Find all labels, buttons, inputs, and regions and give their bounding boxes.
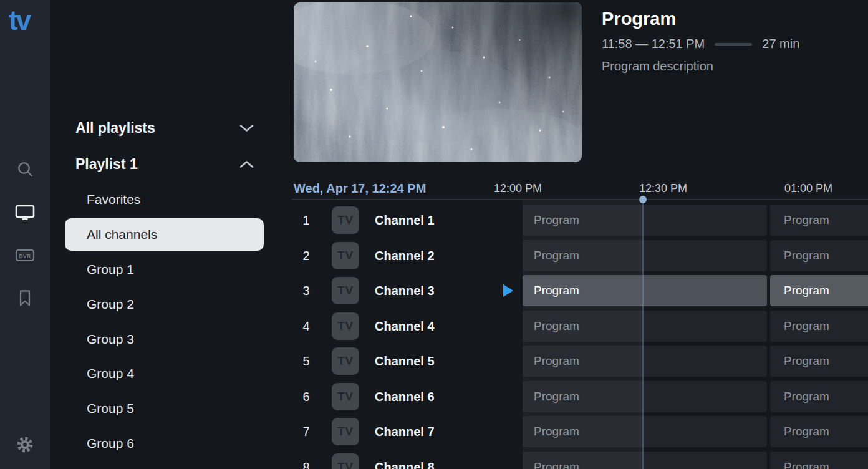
- program-cell-label: Program: [784, 390, 829, 404]
- channel-number: 7: [294, 416, 319, 447]
- channel-row[interactable]: 1TVChannel 1ProgramProgram: [294, 205, 868, 236]
- program-cell-label: Program: [784, 249, 829, 263]
- epg-program-cell[interactable]: Program: [770, 381, 868, 412]
- channel-number: 5: [294, 346, 319, 377]
- channel-number: 6: [294, 381, 319, 412]
- channel-number: 2: [294, 240, 319, 271]
- channel-row[interactable]: 7TVChannel 7ProgramProgram: [294, 416, 868, 447]
- epg-program-cell[interactable]: Program: [770, 240, 868, 271]
- left-nav-rail: tv DVR: [0, 0, 50, 469]
- svg-text:DVR: DVR: [19, 253, 31, 259]
- playlist-item-group-5[interactable]: Group 5: [87, 399, 134, 418]
- channel-number: 4: [294, 311, 319, 342]
- current-time-line: [642, 200, 644, 469]
- video-preview[interactable]: [294, 2, 582, 162]
- time-label: 12:30 PM: [639, 182, 687, 195]
- channel-number: 8: [294, 452, 319, 469]
- program-info-panel: Program 11:58 — 12:51 PM 27 min Program …: [602, 0, 864, 74]
- chevron-down-icon: [239, 124, 254, 132]
- channel-row[interactable]: 5TVChannel 5ProgramProgram: [294, 346, 868, 377]
- epg-program-cell[interactable]: Program: [770, 452, 868, 469]
- epg-header-divider: [292, 199, 868, 200]
- current-datetime: Wed, Apr 17, 12:24 PM: [294, 181, 426, 196]
- program-cell-label: Program: [784, 460, 829, 469]
- program-description: Program description: [602, 59, 864, 74]
- program-title: Program: [602, 9, 864, 29]
- current-time-dot: [639, 196, 647, 203]
- channel-row[interactable]: 3TVChannel 3ProgramProgram: [294, 275, 868, 306]
- live-tv-icon[interactable]: [14, 205, 36, 221]
- program-cell-label: Program: [534, 425, 579, 438]
- program-time-range: 11:58 — 12:51 PM: [602, 37, 705, 51]
- epg-program-cell[interactable]: Program: [523, 205, 767, 236]
- channel-name: Channel 1: [375, 205, 435, 236]
- program-cell-label: Program: [534, 460, 579, 469]
- settings-gear-icon[interactable]: [15, 435, 35, 455]
- channel-number: 3: [294, 275, 319, 306]
- waterfall-thumbnail: [294, 2, 582, 162]
- program-cell-label: Program: [534, 390, 579, 404]
- playlist-item-group-1[interactable]: Group 1: [87, 260, 134, 279]
- epg-program-cell[interactable]: Program: [523, 275, 767, 306]
- channel-name: Channel 4: [375, 311, 435, 342]
- dvr-icon[interactable]: DVR: [15, 249, 35, 263]
- time-label: 12:00 PM: [494, 182, 542, 195]
- channel-row[interactable]: 8TVChannel 8ProgramProgram: [294, 452, 868, 469]
- channel-name: Channel 8: [375, 452, 435, 469]
- playlist-1-toggle[interactable]: Playlist 1: [75, 155, 254, 173]
- channel-logo-icon: TV: [332, 453, 359, 469]
- time-label: 01:00 PM: [784, 182, 832, 195]
- epg-program-cell[interactable]: Program: [770, 346, 868, 377]
- playlist-name-label: Playlist 1: [75, 156, 138, 173]
- playlist-item-favorites[interactable]: Favorites: [87, 190, 140, 209]
- selected-item-label: All channels: [87, 218, 157, 251]
- channel-number: 1: [294, 205, 319, 236]
- epg-program-cell[interactable]: Program: [523, 416, 767, 447]
- epg-program-cell[interactable]: Program: [523, 452, 767, 469]
- search-icon[interactable]: [16, 160, 34, 178]
- epg-program-cell[interactable]: Program: [523, 381, 767, 412]
- program-cell-label: Program: [534, 319, 579, 333]
- channel-logo-icon: TV: [332, 242, 359, 269]
- program-cell-label: Program: [784, 425, 829, 438]
- channel-logo-icon: TV: [332, 277, 359, 304]
- channel-name: Channel 2: [375, 240, 435, 271]
- epg-program-cell[interactable]: Program: [523, 311, 767, 342]
- channel-name: Channel 6: [375, 381, 435, 412]
- playlist-item-group-2[interactable]: Group 2: [87, 295, 134, 314]
- playlist-item-group-6[interactable]: Group 6: [87, 434, 134, 453]
- program-remaining: 27 min: [762, 37, 799, 51]
- channel-row[interactable]: 2TVChannel 2ProgramProgram: [294, 240, 868, 271]
- epg-program-cell[interactable]: Program: [770, 275, 868, 306]
- bookmark-icon[interactable]: [17, 289, 32, 307]
- channel-row[interactable]: 4TVChannel 4ProgramProgram: [294, 311, 868, 342]
- channel-logo-icon: TV: [332, 418, 359, 445]
- channel-name: Channel 7: [375, 416, 435, 447]
- program-cell-label: Program: [534, 284, 579, 297]
- all-playlists-label: All playlists: [75, 120, 155, 137]
- channel-name: Channel 3: [375, 275, 435, 306]
- chevron-up-icon: [239, 160, 254, 168]
- channel-logo-icon: TV: [332, 312, 359, 340]
- epg-program-cell[interactable]: Program: [770, 205, 868, 236]
- program-cell-label: Program: [534, 249, 579, 263]
- all-playlists-dropdown[interactable]: All playlists: [75, 118, 254, 137]
- epg-program-cell[interactable]: Program: [770, 416, 868, 447]
- channel-row[interactable]: 6TVChannel 6ProgramProgram: [294, 381, 868, 412]
- epg-program-cell[interactable]: Program: [770, 311, 868, 342]
- channel-name: Channel 5: [375, 346, 435, 377]
- program-cell-label: Program: [784, 213, 829, 227]
- playlist-item-all-channels-selected[interactable]: All channels: [65, 218, 264, 251]
- program-cell-label: Program: [534, 213, 579, 227]
- program-cell-label: Program: [784, 284, 829, 297]
- app-logo: tv: [9, 5, 29, 36]
- program-cell-label: Program: [784, 354, 829, 368]
- epg-program-cell[interactable]: Program: [523, 240, 767, 271]
- playlist-item-group-3[interactable]: Group 3: [87, 330, 134, 349]
- playlist-item-group-4[interactable]: Group 4: [87, 364, 134, 383]
- program-cell-label: Program: [784, 319, 829, 333]
- channel-logo-icon: TV: [332, 383, 359, 410]
- program-cell-label: Program: [534, 354, 579, 368]
- program-progress-bar: [715, 43, 752, 46]
- epg-program-cell[interactable]: Program: [523, 346, 767, 377]
